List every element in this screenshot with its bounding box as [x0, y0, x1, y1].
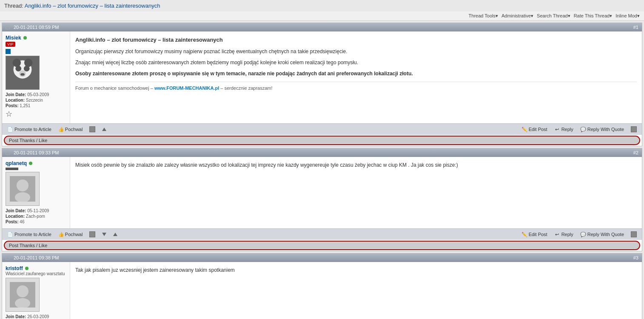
- post-1-body: Misiek VIP: [2, 31, 642, 123]
- reply-with-quote-btn-2[interactable]: 💬 Reply With Quote: [578, 231, 626, 238]
- inline-mod-icon: [631, 126, 637, 132]
- misc-btn-5[interactable]: [111, 232, 119, 237]
- reply-with-quote-btn[interactable]: 💬 Reply With Quote: [578, 125, 626, 133]
- edit-post-btn[interactable]: ✏️ Edit Post: [520, 125, 549, 133]
- search-thread-btn[interactable]: Search Thread▾: [537, 13, 570, 19]
- svg-point-4: [15, 66, 21, 71]
- post-2-body: qplanetq Join Date: 05-11-20: [2, 157, 642, 228]
- post-3: 20-01-2011 09:38 PM #3 kristoff Właścici…: [2, 253, 642, 319]
- svg-point-2: [13, 59, 21, 67]
- post-1-user-info: Misiek VIP: [2, 31, 70, 123]
- pochwal-icon-2: 👍: [58, 231, 64, 237]
- post-1-footer: 📄 Promote to Article 👍 Pochwal ✏️ Edit P: [2, 123, 642, 135]
- post-3-date: 20-01-2011 09:38 PM: [14, 255, 59, 260]
- post-2-footer: 📄 Promote to Article 👍 Pochwal: [2, 228, 642, 240]
- svg-point-12: [17, 285, 28, 297]
- post-1-username: Misiek: [6, 35, 66, 41]
- post-3-content: Tak jak pisalem juz wczesniej jestem zai…: [70, 262, 642, 319]
- post-3-username: kristoff: [6, 265, 66, 271]
- pochwal-btn-2[interactable]: 👍 Pochwal: [57, 231, 85, 238]
- administrative-btn[interactable]: Administrative▾: [502, 13, 533, 19]
- promote-icon: 📄: [7, 126, 13, 132]
- thread-title-link[interactable]: Angliki.info – zlot forumowiczy – lista …: [25, 3, 160, 9]
- post-3-date-icon: [6, 256, 10, 260]
- reply-btn-2[interactable]: ↩ Reply: [553, 231, 575, 238]
- post-1-text-2: Znając mniej więcej liczbę osób zaintere…: [75, 59, 637, 66]
- post-1-user-meta: Join Date: 05-03-2009 Location: Szczecin…: [6, 92, 66, 108]
- svg-point-3: [24, 59, 33, 67]
- post-1-footer-right: ✏️ Edit Post ↩ Reply 💬 Reply With Quote: [520, 125, 638, 133]
- rank-bar-2: [6, 168, 18, 170]
- post-2-footer-left: 📄 Promote to Article 👍 Pochwal: [6, 231, 119, 238]
- svg-point-9: [17, 179, 28, 191]
- misc-btn-2[interactable]: [100, 127, 108, 132]
- online-indicator: [23, 36, 27, 40]
- pochwal-btn[interactable]: 👍 Pochwal: [57, 125, 85, 133]
- svg-point-7: [20, 73, 25, 76]
- post-1-number: #1: [633, 25, 638, 30]
- reply-btn[interactable]: ↩ Reply: [553, 125, 575, 133]
- post-2-avatar: [6, 172, 40, 206]
- reply-icon: ↩: [554, 126, 560, 132]
- post-2-header: 20-01-2011 09:33 PM #2: [2, 148, 642, 157]
- post-2-location: Location: Zach-pom: [6, 214, 66, 219]
- pochwal-icon: 👍: [58, 126, 64, 132]
- inline-mod-post-btn-2[interactable]: [629, 231, 638, 238]
- post-2-content: Misiek osób pewnie by sie znalazło ale z…: [70, 157, 642, 228]
- default-avatar-svg-3: [10, 282, 35, 308]
- inline-mod-icon-2: [631, 231, 637, 237]
- edit-post-btn-2[interactable]: ✏️ Edit Post: [520, 231, 549, 238]
- post-2-text-1: Misiek osób pewnie by sie znalazło ale z…: [75, 161, 637, 169]
- post-3-header: 20-01-2011 09:38 PM #3: [2, 253, 642, 262]
- thread-tools-btn[interactable]: Thread Tools▾: [469, 13, 498, 19]
- post-2-date: 20-01-2011 09:33 PM: [14, 150, 59, 155]
- promote-article-btn-2[interactable]: 📄 Promote to Article: [6, 231, 53, 238]
- post-2-date-icon: [6, 151, 10, 155]
- post-1-signature: Forum o mechanice samochodowej – www.FOR…: [75, 82, 637, 92]
- post-1-header-left: 20-01-2011 08:59 PM: [6, 25, 59, 30]
- post-2-posts: Posts: 46: [6, 219, 66, 224]
- online-indicator-3: [25, 267, 28, 270]
- post-2: 20-01-2011 09:33 PM #2 qplanetq: [2, 148, 642, 251]
- reply-quote-icon: 💬: [580, 126, 586, 132]
- post-2-header-left: 20-01-2011 09:33 PM: [6, 150, 59, 155]
- post-3-number: #3: [633, 255, 638, 260]
- post-2-thanks-bar[interactable]: Post Thanks / Like: [4, 241, 640, 250]
- post-1-text-1: Organizując pierwszy zlot forumowiczy mu…: [75, 48, 637, 55]
- post-3-body: kristoff Właściciel zaufanego warsztatu …: [2, 262, 642, 319]
- post-1-posts: Posts: 1,251: [6, 103, 66, 108]
- post-2-user-info: qplanetq Join Date: 05-11-20: [2, 157, 70, 228]
- reply-icon-2: ↩: [554, 231, 560, 237]
- misc-btn-3[interactable]: [88, 231, 97, 238]
- thread-label: Thread:: [4, 3, 23, 9]
- inline-mod-post-btn[interactable]: [629, 125, 638, 133]
- post-1-date: 20-01-2011 08:59 PM: [14, 25, 59, 30]
- rank-bar-1: [6, 49, 11, 54]
- post-3-user-meta: Join Date: 26-03-2009 Location: Wrocław …: [6, 314, 66, 319]
- post-3-user-info: kristoff Właściciel zaufanego warsztatu …: [2, 262, 70, 319]
- default-avatar-svg-2: [10, 176, 35, 202]
- post-1-content: Angliki.info – zlot forumowiczy – lista …: [70, 31, 642, 123]
- post-2-user-meta: Join Date: 05-11-2009 Location: Zach-pom…: [6, 208, 66, 224]
- promote-article-btn[interactable]: 📄 Promote to Article: [6, 125, 53, 133]
- thread-title-bar: Thread: Angliki.info – zlot forumowiczy …: [0, 0, 644, 11]
- post-1-thanks-bar[interactable]: Post Thanks / Like: [4, 136, 640, 145]
- post-1-avatar: [6, 56, 40, 90]
- reply-quote-icon-2: 💬: [580, 231, 586, 237]
- edit-icon-2: ✏️: [521, 231, 527, 237]
- triangle-up-icon: [102, 128, 106, 131]
- user-symbol: ☆: [6, 109, 12, 119]
- post-1-header: 20-01-2011 08:59 PM #1: [2, 23, 642, 31]
- post-date-icon: [6, 25, 10, 29]
- post-1-text-3: Osoby zainteresowane złotem proszę o wpi…: [75, 70, 637, 77]
- misc-btn-1[interactable]: [88, 125, 97, 133]
- vip-badge: VIP: [6, 42, 15, 47]
- misc-btn-4[interactable]: [100, 232, 108, 237]
- svg-point-5: [24, 66, 30, 71]
- sig-link[interactable]: www.FORUM-MECHANIKA.pl: [154, 85, 219, 91]
- post-3-header-left: 20-01-2011 09:38 PM: [6, 255, 59, 260]
- rate-this-thread-btn[interactable]: Rate This Thread▾: [574, 13, 613, 19]
- misc-icon-1: [89, 126, 95, 132]
- post-1-footer-left: 📄 Promote to Article 👍 Pochwal: [6, 125, 108, 133]
- inline-mod-btn[interactable]: Inline Mod▾: [616, 13, 640, 19]
